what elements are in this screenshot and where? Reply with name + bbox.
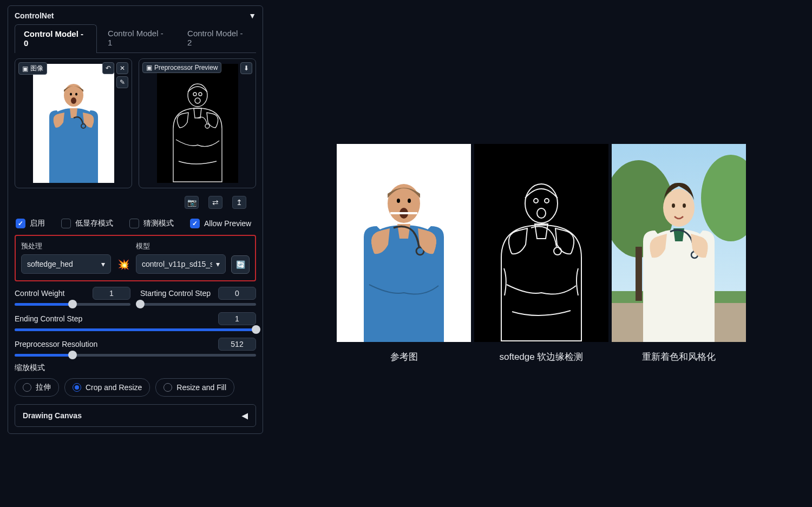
svg-point-2 — [70, 93, 72, 96]
resize-opt-label: Resize and Fill — [176, 383, 226, 392]
image-icon: ▣ — [22, 65, 28, 73]
lowvram-checkbox[interactable]: 低显存模式 — [61, 219, 113, 228]
swap-icon[interactable]: ⇄ — [208, 196, 222, 209]
guess-label: 猜测模式 — [143, 219, 174, 228]
accordion-header[interactable]: ControlNet ▼ — [15, 10, 256, 24]
reference-image — [337, 144, 471, 342]
image-inputs-row: ▣ 图像 ↶ ✕ ✎ — [15, 58, 256, 188]
svg-rect-17 — [390, 212, 417, 214]
chevron-down-icon: ▾ — [216, 260, 220, 268]
lowvram-label: 低显存模式 — [75, 219, 113, 228]
gallery-col-2: softedge 软边缘检测 — [474, 144, 608, 363]
svg-point-3 — [75, 93, 77, 96]
controlnet-accordion: ControlNet ▼ Control Model - 0 Control M… — [8, 5, 263, 434]
svg-point-32 — [672, 203, 675, 208]
image-badge: ▣ 图像 — [18, 62, 47, 75]
preview-image — [157, 62, 238, 185]
controlnet-panel: ControlNet ▼ Control Model - 0 Control M… — [0, 0, 271, 507]
start-step-slider[interactable]: Starting Control Step 0 — [140, 287, 256, 306]
download-icon[interactable]: ⬇ — [240, 62, 252, 74]
model-select-group: 模型 control_v11p_sd15_s ▾ — [136, 241, 226, 274]
allow-preview-label: Allow Preview — [204, 219, 251, 228]
end-step-slider[interactable]: Ending Control Step 1 — [15, 312, 256, 331]
weight-label: Control Weight — [15, 289, 64, 298]
checkbox-icon — [190, 219, 200, 228]
preview-badge: ▣ Preprocessor Preview — [142, 62, 221, 73]
tab-model-0[interactable]: Control Model - 0 — [15, 24, 97, 53]
svg-point-4 — [71, 97, 76, 104]
gallery-col-1: 参考图 — [337, 144, 471, 363]
drawing-canvas-label: Drawing Canvas — [23, 411, 82, 420]
resolution-label: Preprocessor Resolution — [15, 340, 97, 348]
preview-image-card[interactable]: ▣ Preprocessor Preview ⬇ — [139, 58, 256, 188]
drawing-canvas-accordion[interactable]: Drawing Canvas ◀ — [15, 404, 256, 427]
radio-icon — [73, 383, 81, 392]
image-toolbar: 📷 ⇄ ↥ — [15, 193, 256, 214]
control-weight-slider[interactable]: Control Weight 1 — [15, 287, 130, 306]
explosion-icon[interactable]: 💥 — [116, 259, 130, 271]
svg-point-15 — [408, 199, 411, 203]
svg-point-31 — [663, 189, 695, 227]
close-icon[interactable]: ✕ — [116, 62, 128, 74]
end-label: Ending Control Step — [15, 314, 82, 323]
tab-model-1[interactable]: Control Model - 1 — [99, 24, 176, 52]
resolution-value[interactable]: 512 — [218, 338, 256, 351]
resize-fill[interactable]: Resize and Fill — [155, 378, 234, 397]
source-image-card[interactable]: ▣ 图像 ↶ ✕ ✎ — [15, 58, 132, 188]
collapse-icon: ▼ — [248, 11, 256, 20]
send-up-icon[interactable]: ↥ — [232, 196, 246, 209]
preprocessor-select-group: 预处理 softedge_hed ▾ — [21, 241, 111, 274]
svg-rect-6 — [157, 64, 238, 183]
allow-preview-checkbox[interactable]: Allow Preview — [190, 219, 251, 228]
start-value[interactable]: 0 — [218, 287, 256, 300]
refresh-button[interactable]: 🔄 — [231, 255, 250, 274]
preprocessor-label: 预处理 — [21, 241, 111, 251]
resize-opt-label: 拉伸 — [36, 383, 51, 392]
preprocessor-model-group: 预处理 softedge_hed ▾ 💥 模型 control_v11p_sd1… — [15, 235, 256, 281]
svg-rect-19 — [474, 144, 608, 342]
enable-checkbox[interactable]: 启用 — [16, 219, 45, 228]
result-gallery: 参考图 — [271, 0, 812, 507]
weight-value[interactable]: 1 — [93, 287, 130, 300]
resize-crop[interactable]: Crop and Resize — [64, 378, 150, 397]
radio-icon — [23, 383, 31, 392]
guess-checkbox[interactable]: 猜测模式 — [129, 219, 174, 228]
caption-softedge: softedge 软边缘检测 — [500, 351, 584, 363]
image-badge-label: 图像 — [30, 64, 43, 73]
softedge-image — [474, 144, 608, 342]
webcam-icon[interactable]: 📷 — [185, 196, 199, 209]
panel-title: ControlNet — [15, 11, 54, 20]
model-value: control_v11p_sd15_s — [142, 260, 212, 268]
refresh-icon: 🔄 — [236, 260, 245, 269]
model-label: 模型 — [136, 241, 226, 251]
expand-icon: ◀ — [242, 411, 248, 420]
pencil-icon[interactable]: ✎ — [116, 76, 128, 88]
svg-point-14 — [397, 199, 400, 203]
checkbox-icon — [16, 219, 25, 228]
caption-reference: 参考图 — [390, 351, 418, 363]
image-icon: ▣ — [146, 64, 152, 71]
gallery-col-3: 重新着色和风格化 — [612, 144, 746, 363]
model-select[interactable]: control_v11p_sd15_s ▾ — [136, 254, 226, 274]
preprocessor-value: softedge_hed — [27, 260, 73, 268]
options-row: 启用 低显存模式 猜测模式 Allow Preview — [15, 214, 256, 235]
enable-label: 启用 — [30, 219, 45, 228]
checkbox-icon — [129, 219, 139, 228]
resize-mode-radios: 拉伸 Crop and Resize Resize and Fill — [15, 378, 256, 397]
preview-badge-label: Preprocessor Preview — [154, 64, 218, 71]
preprocessor-select[interactable]: softedge_hed ▾ — [21, 254, 111, 274]
resize-stretch[interactable]: 拉伸 — [15, 378, 59, 397]
source-image — [33, 62, 114, 185]
model-tabs: Control Model - 0 Control Model - 1 Cont… — [15, 24, 256, 53]
undo-icon[interactable]: ↶ — [102, 62, 114, 74]
resize-mode-label: 缩放模式 — [15, 363, 256, 373]
caption-stylized: 重新着色和风格化 — [642, 351, 716, 363]
resolution-slider[interactable]: Preprocessor Resolution 512 — [15, 338, 256, 357]
svg-point-33 — [683, 203, 686, 208]
start-label: Starting Control Step — [140, 289, 211, 298]
stylized-image — [612, 144, 746, 342]
end-value[interactable]: 1 — [218, 312, 256, 325]
radio-icon — [163, 383, 172, 392]
tab-model-2[interactable]: Control Model - 2 — [179, 24, 256, 52]
chevron-down-icon: ▾ — [101, 260, 105, 268]
